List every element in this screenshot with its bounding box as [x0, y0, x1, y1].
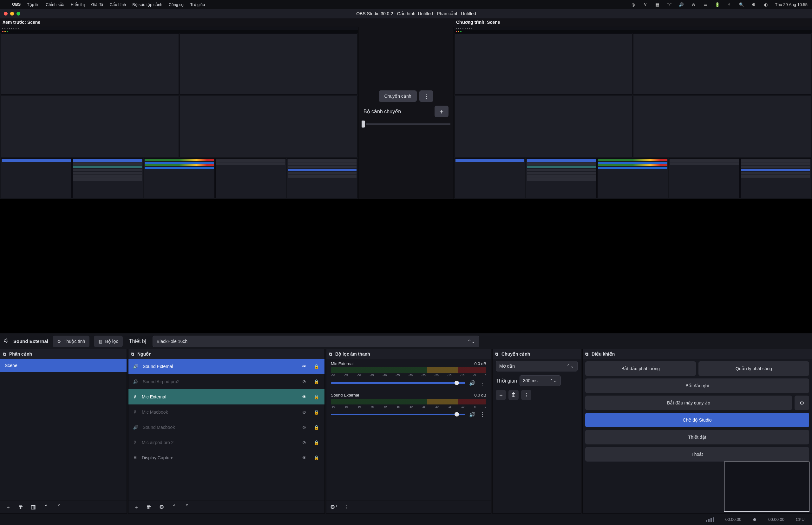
add-quick-transition-button[interactable]: ＋: [435, 106, 449, 117]
transition-button[interactable]: Chuyển cảnh: [379, 90, 417, 102]
bluetooth-icon[interactable]: ⌥: [666, 2, 672, 7]
sources-dock: ⧉ Nguồn 🔊Sound External👁🔒🔊Sound Airpod p…: [128, 349, 325, 514]
manage-stream-button[interactable]: Quản lý phát sóng: [698, 361, 809, 376]
start-vcam-button[interactable]: Bắt đầu máy quay ảo: [585, 395, 792, 410]
lock-icon[interactable]: 🔒: [313, 409, 320, 415]
menu-gia-do[interactable]: Giá đỡ: [88, 2, 107, 7]
siri-icon[interactable]: ◐: [763, 2, 769, 7]
move-scene-up-button[interactable]: ˄: [41, 502, 51, 512]
remove-transition-button[interactable]: 🗑: [509, 390, 518, 400]
battery-icon[interactable]: 🔋: [715, 2, 720, 7]
settings-button[interactable]: Thiết đặt: [585, 430, 809, 445]
menubar-clock[interactable]: Thu 29 Aug 10:55: [775, 2, 808, 7]
transition-properties-button[interactable]: ⋮: [521, 390, 531, 400]
duration-stepper[interactable]: 300 ms ⌃⌄: [520, 375, 561, 386]
volume-slider[interactable]: [331, 414, 465, 415]
multiview-thumbnail[interactable]: [724, 462, 810, 512]
move-scene-down-button[interactable]: ˅: [54, 502, 64, 512]
dock-popout-icon[interactable]: ⧉: [329, 351, 332, 357]
speaker-icon: 🔊: [133, 364, 138, 369]
eye-icon[interactable]: 👁: [300, 394, 308, 400]
start-stream-button[interactable]: Bắt đầu phát luồng: [585, 361, 696, 376]
menu-hien-thi[interactable]: Hiển thị: [67, 2, 88, 7]
volume-slider[interactable]: [331, 382, 465, 384]
tbar-slider[interactable]: [362, 121, 450, 127]
play-icon[interactable]: ⊙: [691, 2, 696, 7]
source-item[interactable]: 🎙Mic airpod pro 2⊘🔒: [129, 435, 325, 450]
eye-icon[interactable]: 👁: [300, 364, 308, 369]
volume-icon[interactable]: 🔊: [678, 2, 684, 7]
source-item[interactable]: 🎙Mic External👁🔒: [129, 389, 325, 404]
transition-menu-button[interactable]: ⋮: [419, 90, 433, 102]
add-scene-button[interactable]: ＋: [3, 502, 13, 512]
source-item[interactable]: 🖥Display Capture👁🔒: [129, 450, 325, 465]
menu-cau-hinh[interactable]: Cấu hình: [106, 2, 129, 7]
source-item[interactable]: 🎙Mic Macbook⊘🔒: [129, 404, 325, 420]
eye-off-icon[interactable]: ⊘: [300, 440, 308, 445]
dock-popout-icon[interactable]: ⧉: [131, 351, 134, 357]
move-source-down-button[interactable]: ˅: [182, 502, 192, 512]
speaker-icon: 🔊: [133, 425, 138, 430]
menu-chinh-sua[interactable]: Chỉnh sửa: [43, 2, 67, 7]
menu-tro-giup[interactable]: Trợ giúp: [187, 2, 208, 7]
display-icon[interactable]: ▭: [703, 2, 708, 7]
source-properties-button[interactable]: ⚙: [156, 502, 166, 512]
control-center-icon[interactable]: ⚙: [751, 2, 756, 7]
lock-icon[interactable]: 🔒: [313, 455, 320, 460]
remove-scene-button[interactable]: 🗑: [16, 502, 26, 512]
lock-icon[interactable]: 🔒: [313, 394, 320, 400]
vcam-settings-button[interactable]: ⚙: [795, 395, 809, 410]
lock-icon[interactable]: 🔒: [313, 425, 320, 430]
search-icon[interactable]: 🔍: [739, 2, 745, 7]
mute-button[interactable]: 🔊: [469, 380, 476, 386]
program-view[interactable]: [454, 27, 812, 199]
eye-off-icon[interactable]: ⊘: [300, 409, 308, 415]
move-source-up-button[interactable]: ˄: [169, 502, 179, 512]
advanced-audio-button[interactable]: ⚙⁺: [329, 502, 339, 512]
preview-view[interactable]: [0, 27, 358, 199]
eye-off-icon[interactable]: ⊘: [300, 425, 308, 430]
source-item[interactable]: 🔊Sound Airpod pro2⊘🔒: [129, 374, 325, 389]
transition-select[interactable]: Mờ dần ⌃⌄: [496, 361, 577, 372]
wifi-icon[interactable]: ᯤ: [727, 2, 732, 7]
dock-popout-icon[interactable]: ⧉: [495, 351, 498, 357]
dock-popout-icon[interactable]: ⧉: [585, 351, 588, 357]
source-item[interactable]: 🔊Sound Macbook⊘🔒: [129, 420, 325, 435]
mute-button[interactable]: 🔊: [469, 411, 476, 418]
add-source-button[interactable]: ＋: [131, 502, 141, 512]
device-select[interactable]: BlackHole 16ch ⌃⌄: [153, 335, 479, 347]
lock-icon[interactable]: 🔒: [313, 440, 320, 445]
tray-v-icon[interactable]: V: [642, 2, 648, 7]
docks-area: ⧉ Phân cảnh Scene ＋ 🗑 ▥ ˄ ˅ ⧉ Nguồn 🔊Sou…: [0, 349, 812, 514]
obs-tray-icon[interactable]: ◎: [630, 2, 636, 7]
transition-mode: Mờ dần: [499, 363, 515, 369]
mixer-title: Bộ lọc âm thanh: [335, 351, 370, 357]
app-name[interactable]: OBS: [9, 2, 24, 7]
filters-button[interactable]: ▥ Bộ lọc: [94, 335, 122, 347]
lock-icon[interactable]: 🔒: [313, 379, 320, 384]
menu-bo-suu-tap-canh[interactable]: Bộ sưu tập cảnh: [129, 2, 166, 7]
window-minimize-button[interactable]: [10, 12, 14, 16]
properties-button[interactable]: ⚙ Thuộc tính: [52, 335, 89, 347]
studio-mode-button[interactable]: Chế độ Studio: [585, 413, 809, 427]
add-transition-button[interactable]: ＋: [496, 390, 506, 400]
eye-off-icon[interactable]: ⊘: [300, 379, 308, 384]
menu-cong-cu[interactable]: Công cụ: [166, 2, 187, 7]
tray-grid-icon[interactable]: ▦: [655, 2, 660, 7]
scene-filter-button[interactable]: ▥: [28, 502, 39, 512]
scene-item[interactable]: Scene: [0, 359, 126, 372]
eye-icon[interactable]: 👁: [300, 455, 308, 460]
window-zoom-button[interactable]: [16, 12, 20, 16]
menu-tap-tin[interactable]: Tập tin: [24, 2, 43, 7]
window-close-button[interactable]: [4, 12, 7, 16]
dock-popout-icon[interactable]: ⧉: [3, 351, 6, 357]
source-item[interactable]: 🔊Sound External👁🔒: [129, 359, 325, 374]
start-record-button[interactable]: Bắt đầu ghi: [585, 378, 809, 393]
remove-source-button[interactable]: 🗑: [144, 502, 154, 512]
channel-menu-button[interactable]: ⋮: [479, 379, 486, 386]
mixer-menu-button[interactable]: ⋮: [342, 502, 352, 512]
channel-menu-button[interactable]: ⋮: [479, 411, 486, 418]
gear-icon: ⚙: [57, 339, 61, 344]
exit-button[interactable]: Thoát: [585, 447, 809, 462]
lock-icon[interactable]: 🔒: [313, 364, 320, 369]
